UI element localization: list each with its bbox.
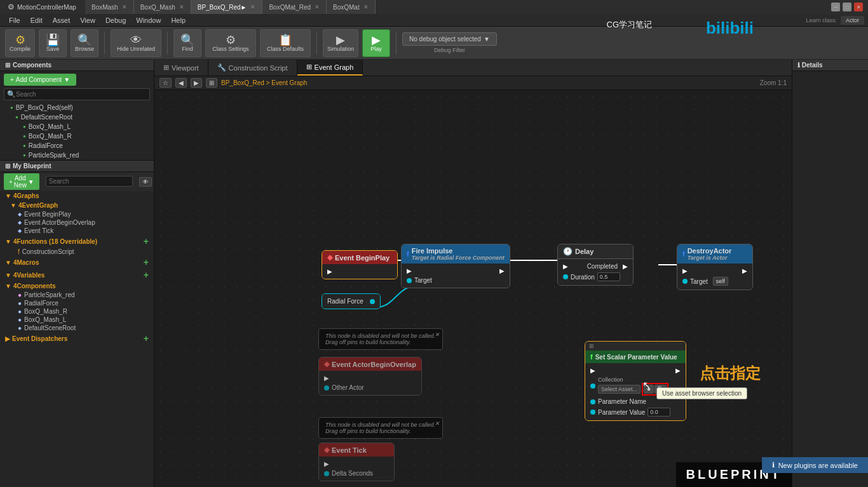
exec-out-pin[interactable]: ▶: [327, 268, 332, 275]
close-icon[interactable]: ✕: [315, 4, 320, 10]
delta-pin[interactable]: [324, 471, 329, 476]
exec-in-pin[interactable]: ▶: [563, 263, 568, 270]
close-icon[interactable]: ✕: [435, 420, 440, 427]
tab-bp-boxq-red[interactable]: BP_BoxQ_Red► ✕: [191, 0, 263, 14]
menu-window[interactable]: Window: [131, 17, 166, 24]
back-button[interactable]: ◀: [175, 78, 187, 88]
event-dispatchers-category[interactable]: ▶ Event Dispatchers +: [0, 332, 154, 345]
save-button[interactable]: 💾 Save: [39, 29, 67, 57]
add-new-button[interactable]: + Add New ▼: [4, 173, 39, 190]
add-macro-button[interactable]: +: [144, 257, 149, 267]
menu-view[interactable]: View: [75, 17, 100, 24]
param-value-input[interactable]: [648, 408, 670, 417]
node-event-overlap[interactable]: ◆ Event ActorBeginOverlap ▶ Other Actor: [318, 357, 422, 396]
tab-event-graph[interactable]: ⊞ Event Graph: [297, 60, 363, 76]
close-icon[interactable]: ✕: [435, 331, 440, 338]
target-pin[interactable]: [682, 279, 688, 284]
class-defaults-button[interactable]: 📋 Class Defaults: [260, 29, 311, 57]
add-component-button[interactable]: + Add Component ▼: [4, 74, 76, 86]
tab-viewport[interactable]: ⊞ Viewport: [154, 60, 208, 76]
menu-help[interactable]: Help: [166, 17, 191, 24]
exec-out-pin[interactable]: ▶: [742, 267, 747, 274]
node-event-begin[interactable]: ◆ Event BeginPlay ▶: [322, 250, 398, 279]
other-pin[interactable]: [324, 385, 329, 390]
close-icon[interactable]: ✕: [122, 4, 127, 10]
eye-button[interactable]: 👁: [139, 177, 152, 187]
exec-out-pin[interactable]: ▶: [675, 367, 681, 374]
tab-boxmash[interactable]: BoxMash ✕: [85, 0, 134, 14]
collection-pin[interactable]: [590, 384, 595, 389]
tab-boxq-mash[interactable]: BoxQ_Mash ✕: [134, 0, 191, 14]
comp-default-scene-root[interactable]: ● DefaultSceneRoot: [0, 324, 154, 332]
maximize-button[interactable]: □: [843, 3, 851, 11]
add-function-button[interactable]: +: [144, 236, 149, 246]
blueprint-search-input[interactable]: [49, 178, 130, 185]
forward-button[interactable]: ▶: [191, 78, 202, 88]
menu-asset[interactable]: Asset: [48, 17, 76, 24]
play-button[interactable]: ▶ Play: [362, 29, 390, 57]
functions-category[interactable]: ▼ 4Functions (18 Overridable) +: [0, 235, 154, 248]
event-tick-item[interactable]: ◆ Event Tick: [0, 227, 154, 235]
debug-filter-button[interactable]: No debug object selected ▼: [402, 32, 497, 46]
menu-edit[interactable]: Edit: [25, 17, 48, 24]
minimize-button[interactable]: ─: [831, 3, 840, 11]
exec-out-pin[interactable]: ▶: [324, 460, 329, 467]
tree-default-scene-root[interactable]: ● DefaultSceneRoot: [0, 112, 154, 122]
exec-in-pin[interactable]: ▶: [590, 367, 595, 374]
node-delay[interactable]: 🕐 Delay ▶ Completed ▶ Duration: [557, 244, 634, 286]
menu-file[interactable]: File: [4, 17, 25, 24]
add-dispatcher-button[interactable]: +: [144, 333, 149, 344]
add-variable-button[interactable]: +: [144, 270, 149, 280]
close-icon[interactable]: ✕: [179, 4, 184, 10]
exec-in-pin[interactable]: ▶: [407, 267, 412, 274]
construction-script-item[interactable]: f ConstructionScript: [0, 248, 154, 256]
param-value-pin[interactable]: [590, 410, 595, 415]
tab-boxqmat[interactable]: BoxQMat ✕: [327, 0, 376, 14]
event-begin-play-item[interactable]: ◆ Event BeginPlay: [0, 210, 154, 218]
exec-out-pin[interactable]: ▶: [324, 375, 329, 382]
exec-out-pin[interactable]: ▶: [623, 263, 628, 270]
comp-boxq-mash-l[interactable]: ● BoxQ_Mash_L: [0, 316, 154, 324]
tab-boxqmat-red[interactable]: BoxQMat_Red ✕: [262, 0, 327, 14]
event-overlap-item[interactable]: ◆ Event ActorBeginOverlap: [0, 218, 154, 227]
graphs-category[interactable]: ▼ 4Graphs: [0, 191, 154, 201]
tree-boxq-mash-r[interactable]: ● BoxQ_Mash_R: [0, 131, 154, 141]
blueprint-canvas[interactable]: ◆ Event BeginPlay ▶ f Fire Impulse Targe…: [154, 90, 792, 487]
node-destroy-actor[interactable]: f DestroyActor Target is Actor ▶ ▶ Targe…: [677, 244, 753, 290]
variables-category[interactable]: ▼ 4Variables +: [0, 269, 154, 281]
menu-debug[interactable]: Debug: [100, 17, 131, 24]
node-radial-force[interactable]: Radial Force: [322, 293, 381, 309]
tree-radial-force[interactable]: ● RadialForce: [0, 141, 154, 150]
component-search-input[interactable]: [16, 91, 147, 98]
close-icon[interactable]: ✕: [250, 4, 255, 10]
tab-construction[interactable]: 🔧 Construction Script: [208, 60, 297, 76]
hide-unrelated-button[interactable]: 👁 Hide Unrelated: [111, 29, 161, 57]
param-name-pin[interactable]: [590, 399, 595, 404]
find-button[interactable]: 🔍 Find: [173, 29, 201, 57]
new-plugins-bar[interactable]: ℹ New plugins are available: [762, 457, 868, 473]
bp-components-category[interactable]: ▼ 4Components: [0, 281, 154, 291]
comp-boxq-mash-r[interactable]: ● BoxQ_Mash_R: [0, 307, 154, 316]
node-fire-impulse[interactable]: f Fire Impulse Target is Radial Force Co…: [401, 244, 510, 288]
event-graph-category[interactable]: ▼ 4EventGraph: [0, 201, 154, 210]
exec-in-pin[interactable]: ▶: [682, 267, 688, 274]
asset-star-button[interactable]: ★: [644, 385, 654, 394]
comp-radial-force[interactable]: ● RadialForce: [0, 299, 154, 307]
bp-self-item[interactable]: ● BP_BoxQ_Red(self): [0, 103, 154, 112]
bookmark-button[interactable]: ☆: [159, 78, 172, 88]
comp-particle-spark[interactable]: ● ParticleSpark_red: [0, 291, 154, 299]
browse-button[interactable]: 🔍 Browse: [71, 29, 98, 57]
duration-pin[interactable]: [563, 274, 568, 279]
target-in-pin[interactable]: [407, 278, 412, 283]
node-set-scalar[interactable]: ⊞ f Set Scalar Parameter Value ▶ ▶ Colle…: [585, 341, 686, 421]
radial-out-pin[interactable]: [370, 299, 375, 304]
grid-button[interactable]: ⊞: [206, 78, 217, 88]
class-settings-button[interactable]: ⚙ Class Settings: [205, 29, 256, 57]
close-button[interactable]: ✕: [854, 3, 863, 11]
exec-out-pin[interactable]: ▶: [499, 267, 505, 274]
asset-browse-button[interactable]: 🔍: [654, 385, 667, 394]
compile-button[interactable]: ⚙ Compile: [5, 29, 35, 57]
simulation-button[interactable]: ▶ Simulation: [323, 29, 358, 57]
tree-boxq-mash-l[interactable]: ● BoxQ_Mash_L: [0, 122, 154, 131]
close-icon[interactable]: ✕: [363, 4, 369, 10]
